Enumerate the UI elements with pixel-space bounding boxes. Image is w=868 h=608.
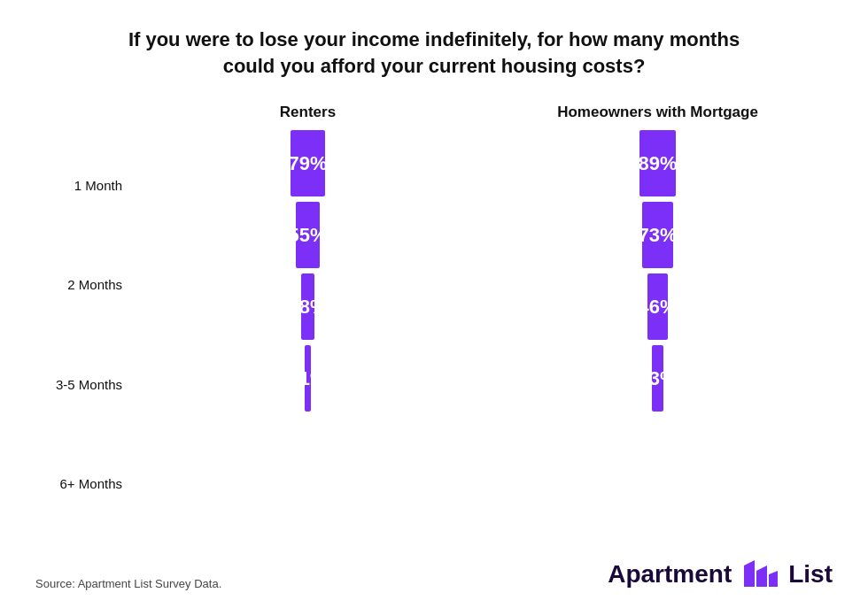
homeowners-heading: Homeowners with Mortgage <box>557 104 758 121</box>
row-label-6plus: 6+ Months <box>35 446 133 521</box>
row-labels-column: 1 Month 2 Months 3-5 Months 6+ Months <box>35 104 133 543</box>
renter-bar-row-4: 11% <box>288 345 327 412</box>
homeowner-bar-label-2: 73% <box>638 224 677 247</box>
homeowner-bar-label-1: 89% <box>638 152 677 175</box>
renters-heading: Renters <box>280 104 336 121</box>
homeowner-bar-row-1: 89% <box>638 130 677 196</box>
renter-bar-label-3: 28% <box>288 296 327 319</box>
homeowner-bar-label-4: 23% <box>638 367 677 390</box>
homeowner-bar-row-2: 73% <box>638 202 677 268</box>
homeowner-bar-1: 89% <box>639 130 677 196</box>
row-label-3-5months: 3-5 Months <box>35 347 133 422</box>
homeowner-bar-row-4: 23% <box>638 345 677 412</box>
renter-bar-label-4: 11% <box>288 367 327 390</box>
homeowner-bar-3: 46% <box>647 273 668 340</box>
title-line1: If you were to lose your income indefini… <box>128 28 740 50</box>
renter-bar-label-1: 79% <box>288 152 327 175</box>
renter-bar-2: 55% <box>296 202 320 268</box>
chart-title: If you were to lose your income indefini… <box>128 27 740 79</box>
renter-bar-row-1: 79% <box>288 130 327 196</box>
brand-logo: Apartment List <box>608 558 833 590</box>
brand-name: Apartment <box>608 560 732 589</box>
footer: Source: Apartment List Survey Data. Apar… <box>35 558 833 590</box>
renter-bar-row-3: 28% <box>288 273 327 340</box>
homeowner-bar-label-3: 46% <box>638 296 677 319</box>
renters-bars: 79% 55% 28% 11% <box>133 130 483 412</box>
chart-area: 1 Month 2 Months 3-5 Months 6+ Months Re… <box>35 104 833 543</box>
source-text: Source: Apartment List Survey Data. <box>35 577 221 590</box>
homeowners-funnel: Homeowners with Mortgage 89% 73% 46% 23% <box>483 104 833 543</box>
brand-icon <box>739 558 781 590</box>
renter-bar-4: 11% <box>305 345 311 412</box>
apartment-list-svg-icon <box>739 558 781 590</box>
row-label-1month: 1 Month <box>35 148 133 223</box>
homeowners-bars: 89% 73% 46% 23% <box>483 130 833 412</box>
homeowner-bar-2: 73% <box>642 202 672 268</box>
renters-funnel: Renters 79% 55% 28% 11% <box>133 104 483 543</box>
brand-name-list: List <box>788 560 833 589</box>
homeowner-bar-row-3: 46% <box>638 273 677 340</box>
renter-bar-label-2: 55% <box>288 224 327 247</box>
title-line2: could you afford your current housing co… <box>223 55 646 77</box>
homeowner-bar-4: 23% <box>652 345 663 412</box>
renter-bar-1: 79% <box>291 130 325 196</box>
renter-bar-3: 28% <box>301 273 314 340</box>
renter-bar-row-2: 55% <box>288 202 327 268</box>
row-label-2months: 2 Months <box>35 247 133 322</box>
